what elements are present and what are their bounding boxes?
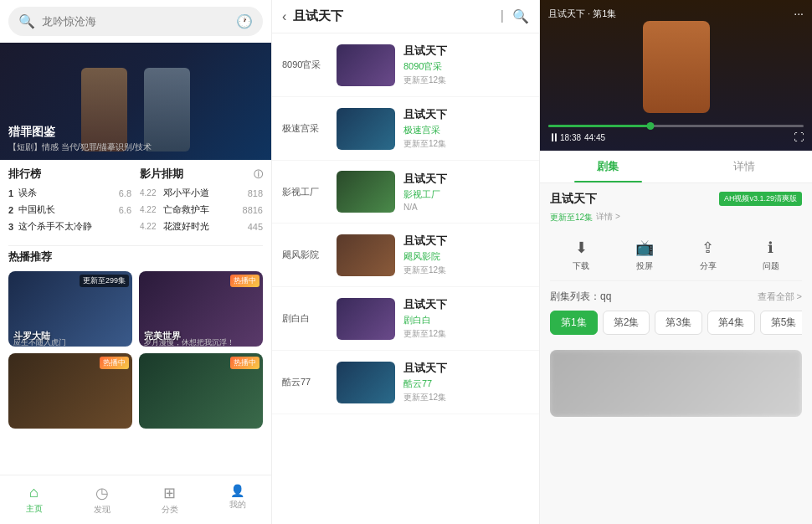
- rank-item-2[interactable]: 2 中国机长 6.6: [8, 203, 131, 216]
- hot-grid: 更新至299集 斗罗大陆 应生不随入虎门 热播中 完美世界 岁月漫慢，休想把我沉…: [8, 271, 263, 429]
- source-thumb-1: [337, 108, 395, 150]
- info-icon: ⓘ: [254, 168, 263, 181]
- hot-card-3[interactable]: 热播中: [8, 353, 132, 429]
- film-date-2: 4.22: [140, 205, 160, 214]
- search-bar[interactable]: 🔍 🕐: [8, 7, 263, 36]
- source-name-4: 且试天下: [403, 297, 529, 312]
- search-icon: 🔍: [18, 13, 35, 29]
- source-item-0[interactable]: 8090官采 且试天下 8090官采 更新至12集: [272, 33, 539, 97]
- tab-episodes[interactable]: 剧集: [540, 151, 676, 182]
- source-name-1: 且试天下: [403, 107, 529, 122]
- source-thumb-4: [337, 298, 395, 340]
- source-update-3: 更新至12集: [403, 265, 529, 276]
- film-title-2: 亡命救护车: [163, 203, 239, 216]
- rank-item-3[interactable]: 3 这个杀手不太冷静: [8, 220, 131, 233]
- rank-title-1: 误杀: [18, 187, 116, 199]
- film-views-3: 445: [248, 222, 263, 232]
- hero-banner[interactable]: 猎罪图鉴 【短剧】情感 当代/犯罪/描摹识别/技术: [0, 43, 271, 160]
- play-button[interactable]: ⏸: [548, 131, 560, 144]
- film-item-2[interactable]: 4.22 亡命救护车 8816: [140, 203, 263, 216]
- download-label: 下载: [573, 260, 589, 272]
- rankings-title: 排行榜: [8, 167, 41, 182]
- episode-btn-2[interactable]: 第2集: [603, 311, 650, 335]
- drama-title: 且试天下: [550, 192, 620, 207]
- rankings-section: 排行榜 1 误杀 6.8 2 中国机长 6.6 3 这个杀手不太冷静: [8, 167, 263, 237]
- source-info-2: 且试天下 影视工厂 N/A: [403, 172, 529, 212]
- clock-icon: 🕐: [236, 13, 253, 29]
- source-provider-4: 剧白白: [403, 314, 529, 326]
- source-thumb-0: [337, 44, 395, 86]
- source-info-4: 且试天下 剧白白 更新至12集: [403, 297, 529, 340]
- progress-bar[interactable]: [548, 125, 804, 127]
- search-mid-icon[interactable]: 🔍: [512, 8, 529, 24]
- rank-num-1: 1: [8, 188, 15, 198]
- see-all-button[interactable]: 查看全部 >: [758, 290, 802, 303]
- cast-icon: 📺: [635, 239, 654, 257]
- share-button[interactable]: ⇪ 分享: [700, 239, 717, 272]
- source-info-1: 且试天下 极速宫采 更新至12集: [403, 107, 529, 150]
- problem-button[interactable]: ℹ 问题: [763, 239, 779, 272]
- source-update-1: 更新至12集: [403, 138, 529, 150]
- hot-card-2-sub: 岁月漫慢，休想把我沉浮！: [144, 337, 234, 347]
- back-button[interactable]: ‹: [282, 9, 286, 24]
- source-item-1[interactable]: 极速宫采 且试天下 极速宫采 更新至12集: [272, 97, 539, 161]
- cast-button[interactable]: 📺 投屏: [635, 239, 654, 272]
- fullscreen-button[interactable]: ⛶: [794, 131, 804, 143]
- source-item-4[interactable]: 剧白白 且试天下 剧白白 更新至12集: [272, 287, 539, 351]
- film-rankings-title: 影片排期: [140, 167, 183, 182]
- current-time: 18:38: [560, 133, 581, 142]
- tab-details[interactable]: 详情: [676, 151, 813, 182]
- download-button[interactable]: ⬇ 下载: [573, 239, 589, 272]
- video-player[interactable]: 且试天下 · 第1集 ··· ⏸ 18:38 44:45 ⛶: [540, 0, 812, 151]
- source-thumb-2: [337, 171, 395, 213]
- thumbnail-blur: [550, 350, 802, 417]
- film-date-1: 4.22: [140, 188, 160, 198]
- nav-category[interactable]: ⊞ 分类: [136, 480, 203, 519]
- nav-discover[interactable]: ◷ 发现: [68, 480, 136, 519]
- hot-card-4[interactable]: 热播中: [139, 353, 263, 429]
- film-views-1: 818: [248, 188, 263, 198]
- hot-card-1[interactable]: 更新至299集 斗罗大陆 应生不随入虎门: [8, 271, 132, 347]
- nav-profile[interactable]: 👤 我的: [203, 480, 271, 519]
- detail-link[interactable]: 详情 >: [596, 211, 620, 223]
- source-item-5[interactable]: 酷云77 且试天下 酷云77 更新至12集: [272, 351, 539, 414]
- source-provider-2: 影视工厂: [403, 188, 529, 201]
- episode-btn-1[interactable]: 第1集: [550, 311, 598, 335]
- hero-overlay: 猎罪图鉴 【短剧】情感 当代/犯罪/描摹识别/技术: [8, 125, 152, 153]
- nav-home[interactable]: ⌂ 主页: [0, 480, 68, 519]
- source-provider-5: 酷云77: [403, 378, 529, 390]
- profile-icon: 👤: [230, 484, 244, 497]
- source-thumb-5: [337, 362, 395, 403]
- drama-header: 且试天下 更新至12集 详情 > AH视频v3.1.29清爽版: [550, 192, 802, 223]
- source-left-label-5: 酷云77: [282, 376, 328, 388]
- rank-title-2: 中国机长: [18, 203, 116, 216]
- episode-list-label: 剧集列表：qq: [550, 290, 611, 304]
- drama-info: 且试天下 更新至12集 详情 >: [550, 192, 620, 223]
- source-item-2[interactable]: 影视工厂 且试天下 影视工厂 N/A: [272, 161, 539, 223]
- source-left-label-0: 8090官采: [282, 59, 328, 71]
- source-info-0: 且试天下 8090官采 更新至12集: [403, 44, 529, 86]
- video-more-icon[interactable]: ···: [794, 7, 804, 20]
- right-ranking-col: 影片排期 ⓘ 4.22 邓小平小道 818 4.22 亡命救护车 8816: [140, 167, 263, 237]
- film-item-3[interactable]: 4.22 花渡好时光 445: [140, 220, 263, 233]
- source-name-2: 且试天下: [403, 172, 529, 187]
- source-left-label-4: 剧白白: [282, 312, 328, 325]
- source-item-3[interactable]: 飓风影院 且试天下 飓风影院 更新至12集: [272, 223, 539, 287]
- share-label: 分享: [700, 260, 717, 272]
- source-left-label-2: 影视工厂: [282, 186, 328, 198]
- hot-card-2[interactable]: 热播中 完美世界 岁月漫慢，休想把我沉浮！: [139, 271, 263, 347]
- category-icon: ⊞: [163, 484, 176, 502]
- film-item-1[interactable]: 4.22 邓小平小道 818: [140, 187, 263, 199]
- video-controls: ⏸ 18:38 44:45 ⛶: [548, 125, 804, 144]
- source-left-label-1: 极速宫采: [282, 122, 328, 135]
- video-title-text: 且试天下 · 第1集: [548, 8, 616, 20]
- middle-title: 且试天下: [293, 8, 494, 24]
- episode-btn-3[interactable]: 第3集: [655, 311, 702, 335]
- middle-panel: ‹ 且试天下 | 🔍 8090官采 且试天下 8090官采 更新至12集 极速宫…: [272, 0, 540, 524]
- hot-card-1-badge: 更新至299集: [80, 275, 129, 287]
- film-title-1: 邓小平小道: [163, 187, 244, 199]
- episode-btn-4[interactable]: 第4集: [707, 311, 755, 335]
- rank-item-1[interactable]: 1 误杀 6.8: [8, 187, 131, 199]
- search-input[interactable]: [42, 15, 229, 28]
- episode-btn-5[interactable]: 第5集: [760, 311, 802, 335]
